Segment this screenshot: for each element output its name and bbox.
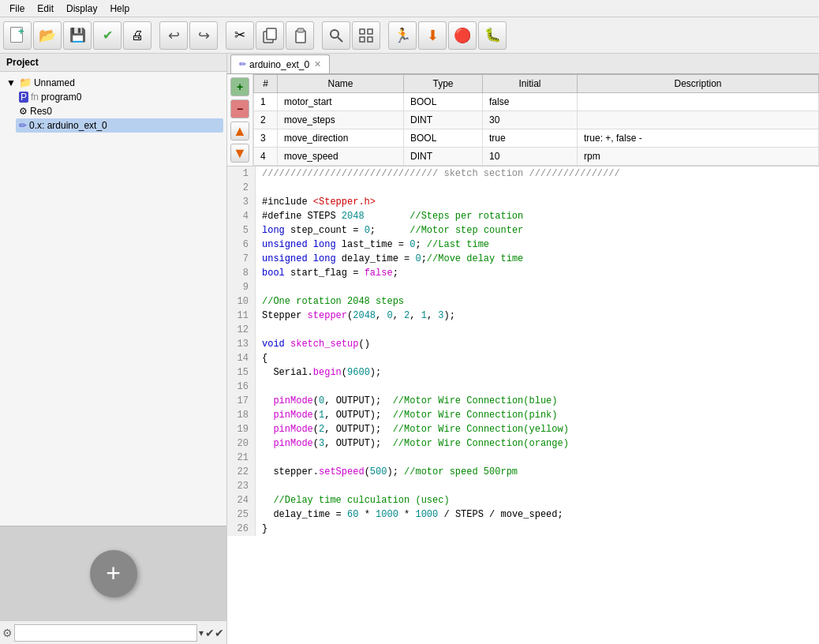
code-line: pinMode(2, OUTPUT); //Motor Wire Connect… [262,422,819,436]
code-line: #include <Stepper.h> [262,195,819,209]
cell-num: 3 [254,129,278,148]
code-line: /////////////////////////////// sketch s… [262,167,819,181]
col-header-name: Name [278,75,404,93]
cell-name: move_speed [278,148,404,166]
svg-rect-6 [360,29,365,34]
paste-button[interactable] [286,21,314,50]
code-line: pinMode(1, OUTPUT); //Motor Wire Connect… [262,408,819,422]
stop-button[interactable]: 🔴 [448,21,477,50]
cell-num: 1 [254,93,278,111]
tree-item-unnamed[interactable]: ▼ 📁 Unnamed [3,75,223,90]
variable-table: # Name Type Initial Description 1 motor_… [253,74,819,166]
line-number: 8 [227,266,252,280]
code-line [262,479,819,493]
table-row[interactable]: 2 move_steps DINT 30 [254,111,819,129]
menu-display[interactable]: Display [60,2,103,16]
cell-description [578,93,819,111]
save-button[interactable]: 💾 [63,21,92,50]
run-button[interactable]: 🏃 [388,21,417,50]
code-line [262,323,819,337]
code-line: Serial.begin(9600); [262,365,819,380]
tree-label-arduino-ext-0: 0.x: arduino_ext_0 [29,120,107,131]
copy-button[interactable] [256,21,284,50]
move-up-button[interactable]: ▲ [230,122,249,140]
delete-variable-button[interactable]: − [230,99,249,118]
tab-icon: ✏ [239,59,246,69]
cell-description: true: +, false - [578,129,819,148]
col-header-description: Description [578,75,819,93]
table-row[interactable]: 3 move_direction BOOL true true: +, fals… [254,129,819,148]
program-icon: P [19,92,28,103]
cell-initial: true [483,129,578,148]
search-input[interactable] [14,624,197,642]
line-number: 22 [227,465,252,479]
code-editor[interactable]: 1234567891011121314151617181920212223242… [227,167,819,644]
code-line: unsigned long delay_time = 0;//Move dela… [262,252,819,266]
line-number: 1 [227,167,252,181]
debug-button[interactable]: 🐛 [478,21,507,50]
table-row[interactable]: 4 move_speed DINT 10 rpm [254,148,819,166]
undo-button[interactable]: ↩ [159,21,188,50]
step-down-button[interactable]: ⬇ [418,21,447,50]
expand-icon: ▼ [6,77,16,88]
tab-bar: ✏ arduino_ext_0 ✕ [227,54,819,74]
code-lines: 1234567891011121314151617181920212223242… [227,167,819,536]
line-numbers: 1234567891011121314151617181920212223242… [227,167,256,536]
cut-button[interactable]: ✂ [226,21,254,50]
line-number: 11 [227,309,252,323]
confirm-icon[interactable]: ✔✔ [205,627,224,639]
toolbar: + 📂 💾 ✔ 🖨 ↩ ↪ ✂ 🏃 [0,17,819,54]
line-number: 24 [227,493,252,507]
code-content[interactable]: /////////////////////////////// sketch s… [256,167,819,536]
add-block-button[interactable]: + [90,550,137,597]
cell-initial: false [483,93,578,111]
line-number: 10 [227,294,252,309]
tab-arduino-ext-0[interactable]: ✏ arduino_ext_0 ✕ [230,54,330,73]
variable-side-buttons: + − ▲ ▼ [227,74,253,166]
code-line: } [262,522,819,536]
find-button[interactable] [322,21,350,50]
zoom-button[interactable] [352,21,380,50]
cell-name: motor_start [278,93,404,111]
table-row[interactable]: 1 motor_start BOOL false [254,93,819,111]
menu-help[interactable]: Help [103,2,136,16]
code-line: stepper.setSpeed(500); //motor speed 500… [262,465,819,479]
code-line [262,181,819,195]
cell-type: DINT [404,148,483,166]
dropdown-arrow[interactable]: ▾ [199,627,204,638]
tree-item-res0[interactable]: ⚙ Res0 [16,104,223,118]
line-number: 16 [227,380,252,394]
svg-rect-3 [297,28,304,32]
code-line: long step_count = 0; //Motor step counte… [262,223,819,238]
right-panel: ✏ arduino_ext_0 ✕ + − ▲ ▼ # [227,54,819,644]
line-number: 4 [227,209,252,223]
code-line: delay_time = 60 * 1000 * 1000 / STEPS / … [262,507,819,522]
col-header-type: Type [404,75,483,93]
compile-button[interactable]: ✔ [93,21,122,50]
tree-item-program0[interactable]: P fn program0 [16,90,223,104]
print-button[interactable]: 🖨 [123,21,151,50]
code-line: pinMode(3, OUTPUT); //Motor Wire Connect… [262,436,819,451]
cell-name: move_steps [278,111,404,129]
open-button[interactable]: 📂 [33,21,62,50]
code-line: //Delay time culculation (usec) [262,493,819,507]
line-number: 26 [227,522,252,536]
menu-edit[interactable]: Edit [31,2,60,16]
tab-close-button[interactable]: ✕ [314,59,321,69]
tree-item-arduino-ext-0[interactable]: ✏ 0.x: arduino_ext_0 [16,118,223,133]
line-number: 15 [227,365,252,380]
menu-file[interactable]: File [3,2,31,16]
tab-label: arduino_ext_0 [249,59,309,70]
cell-description: rpm [578,148,819,166]
add-variable-button[interactable]: + [230,77,249,96]
tree-label-program0: program0 [41,92,81,103]
line-number: 18 [227,408,252,422]
code-line [262,451,819,465]
new-button[interactable]: + [3,21,32,50]
folder-icon: 📁 [19,77,32,88]
move-down-button[interactable]: ▼ [230,144,249,163]
code-line [262,380,819,394]
cell-initial: 30 [483,111,578,129]
col-header-num: # [254,75,278,93]
redo-button[interactable]: ↪ [189,21,218,50]
